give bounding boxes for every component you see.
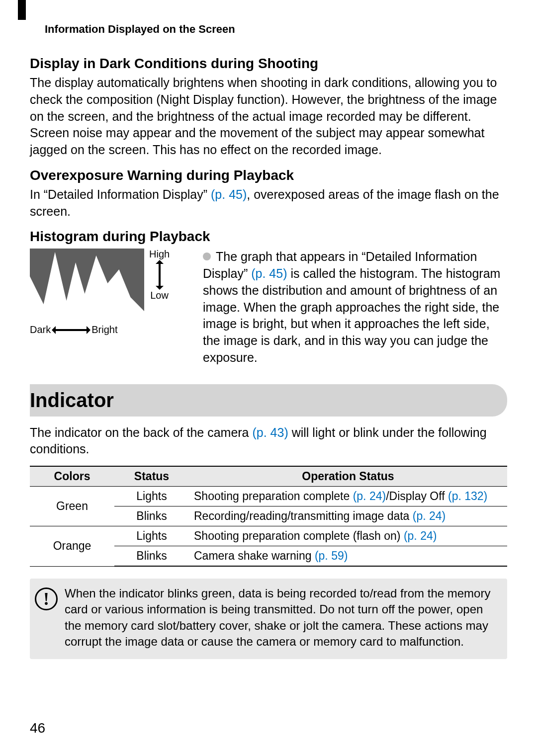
- cell-color: Orange: [30, 526, 114, 567]
- double-arrow-vertical-icon: [159, 262, 161, 288]
- page: Information Displayed on the Screen Disp…: [0, 0, 537, 756]
- col-colors: Colors: [30, 466, 114, 487]
- text: Camera shake warning: [194, 549, 315, 562]
- histogram-description: The graph that appears in “Detailed Info…: [203, 249, 507, 366]
- cell-color: Green: [30, 487, 114, 526]
- warning-text: When the indicator blinks green, data is…: [65, 586, 498, 650]
- running-head: Information Displayed on the Screen: [45, 23, 507, 36]
- page-ref-link[interactable]: (p. 24): [413, 509, 446, 522]
- cell-status: Lights: [114, 526, 189, 546]
- cell-status: Blinks: [114, 506, 189, 526]
- histogram-row: High Low Dark Bright The graph that appe…: [30, 249, 507, 366]
- warning-icon: !: [35, 588, 58, 610]
- svg-marker-0: [30, 252, 144, 318]
- section-body-overexposure: In “Detailed Information Display” (p. 45…: [30, 186, 507, 220]
- text: Shooting preparation complete: [194, 490, 353, 503]
- text: Recording/reading/transmitting image dat…: [194, 509, 413, 522]
- table-row: Green Lights Shooting preparation comple…: [30, 487, 507, 506]
- bullet-icon: [203, 252, 211, 260]
- section-body-dark-display: The display automatically brightens when…: [30, 75, 507, 159]
- cell-op: Shooting preparation complete (flash on)…: [189, 526, 507, 546]
- cell-op: Camera shake warning (p. 59): [189, 546, 507, 567]
- warning-box: ! When the indicator blinks green, data …: [30, 579, 507, 659]
- page-ref-link[interactable]: (p. 132): [448, 490, 487, 503]
- table-row: Orange Lights Shooting preparation compl…: [30, 526, 507, 546]
- indicator-intro: The indicator on the back of the camera …: [30, 424, 507, 458]
- col-status: Status: [114, 466, 189, 487]
- page-ref-link[interactable]: (p. 24): [353, 490, 386, 503]
- cell-status: Blinks: [114, 546, 189, 567]
- page-ref-link[interactable]: (p. 24): [404, 529, 437, 542]
- double-arrow-horizontal-icon: [54, 329, 89, 331]
- section-title-overexposure: Overexposure Warning during Playback: [30, 168, 507, 183]
- page-ref-link[interactable]: (p. 59): [315, 549, 348, 562]
- cell-op: Shooting preparation complete (p. 24)/Di…: [189, 487, 507, 506]
- text: In “Detailed Information Display”: [30, 187, 211, 201]
- text: The indicator on the back of the camera: [30, 425, 252, 439]
- histogram-figure: High Low Dark Bright: [30, 249, 194, 336]
- table-header-row: Colors Status Operation Status: [30, 466, 507, 487]
- histogram-graph: [30, 249, 144, 318]
- section-bar-indicator: Indicator: [30, 384, 507, 417]
- text: is called the histogram. The histogram s…: [203, 266, 500, 364]
- label-bright: Bright: [91, 324, 117, 336]
- page-ref-link[interactable]: (p. 45): [251, 266, 287, 280]
- page-number: 46: [30, 720, 45, 736]
- text: /Display Off: [386, 490, 448, 503]
- text: Shooting preparation complete (flash on): [194, 529, 404, 542]
- page-ref-link[interactable]: (p. 45): [211, 187, 247, 201]
- cell-status: Lights: [114, 487, 189, 506]
- section-title-histogram: Histogram during Playback: [30, 229, 507, 245]
- col-operation: Operation Status: [189, 466, 507, 487]
- section-title-dark-display: Display in Dark Conditions during Shooti…: [30, 56, 507, 72]
- cell-op: Recording/reading/transmitting image dat…: [189, 506, 507, 526]
- margin-tab: [18, 0, 26, 20]
- page-ref-link[interactable]: (p. 43): [252, 425, 288, 439]
- indicator-table: Colors Status Operation Status Green Lig…: [30, 466, 507, 567]
